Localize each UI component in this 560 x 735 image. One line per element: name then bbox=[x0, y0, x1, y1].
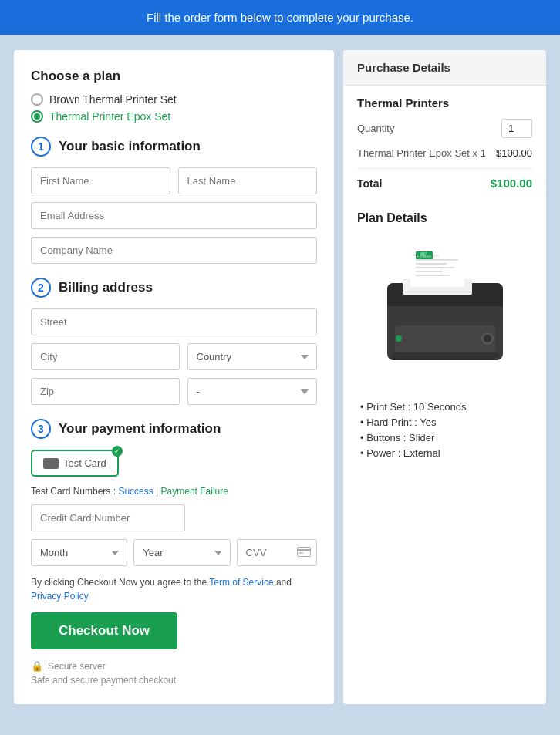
secure-server-label: Secure server bbox=[48, 661, 106, 672]
svg-rect-22 bbox=[391, 352, 499, 360]
state-select[interactable]: - bbox=[187, 378, 318, 405]
printer-image: F FRESH MART bbox=[357, 234, 532, 389]
total-label: Total bbox=[357, 177, 382, 190]
step1-header: 1 Your basic information bbox=[31, 137, 317, 157]
bullet-2: Buttons : Slider bbox=[357, 432, 532, 443]
checkout-button[interactable]: Checkout Now bbox=[31, 612, 177, 649]
email-input[interactable] bbox=[31, 202, 317, 229]
quantity-row: Quantity bbox=[357, 119, 532, 138]
name-row bbox=[31, 167, 317, 194]
test-card-prefix: Test Card Numbers : bbox=[31, 486, 118, 497]
radio-brown bbox=[31, 93, 43, 106]
plan-details-title: Plan Details bbox=[357, 211, 532, 225]
svg-rect-1 bbox=[297, 549, 311, 551]
right-panel: Purchase Details Thermal Printers Quanti… bbox=[343, 50, 546, 704]
month-year-cvv-row: Month 010203 040506 070809 101112 Year 2… bbox=[31, 539, 317, 566]
state-wrapper: - bbox=[187, 378, 318, 405]
step3-label: Your payment information bbox=[59, 421, 221, 437]
cvv-card-icon bbox=[297, 547, 311, 559]
quantity-label: Quantity bbox=[357, 123, 394, 134]
company-row bbox=[31, 237, 317, 264]
email-row bbox=[31, 202, 317, 229]
page-wrapper: Fill the order form below to complete yo… bbox=[0, 0, 560, 735]
svg-rect-0 bbox=[298, 547, 311, 556]
year-select[interactable]: Year 202420252026 202720282029 bbox=[133, 539, 230, 566]
plan-option-epox[interactable]: Thermal Printer Epox Set bbox=[31, 110, 317, 123]
plan-epox-label: Thermal Printer Epox Set bbox=[49, 110, 170, 123]
left-panel: Choose a plan Brown Thermal Printer Set … bbox=[14, 50, 334, 704]
purchase-details-header: Purchase Details bbox=[343, 50, 546, 86]
product-price: $100.00 bbox=[496, 147, 532, 159]
step1-number: 1 bbox=[31, 137, 51, 157]
month-select[interactable]: Month 010203 040506 070809 101112 bbox=[31, 539, 127, 566]
check-badge: ✓ bbox=[112, 446, 123, 457]
svg-rect-11 bbox=[416, 267, 454, 268]
terms-prefix: By clicking Checkout Now you agree to th… bbox=[31, 577, 209, 588]
total-price: $100.00 bbox=[491, 177, 532, 190]
company-input[interactable] bbox=[31, 237, 317, 264]
test-card-method[interactable]: Test Card ✓ bbox=[31, 450, 119, 477]
main-content: Choose a plan Brown Thermal Printer Set … bbox=[0, 35, 560, 720]
product-section-title: Thermal Printers bbox=[357, 96, 532, 110]
secure-note: Safe and secure payment checkout. bbox=[31, 675, 317, 686]
step3-header: 3 Your payment information bbox=[31, 419, 317, 439]
plan-option-brown[interactable]: Brown Thermal Printer Set bbox=[31, 93, 317, 106]
svg-rect-9 bbox=[416, 259, 458, 261]
lock-icon: 🔒 bbox=[31, 660, 43, 672]
month-wrapper: Month 010203 040506 070809 101112 bbox=[31, 539, 127, 566]
test-card-numbers: Test Card Numbers : Success | Payment Fa… bbox=[31, 486, 317, 497]
card-chip-icon bbox=[43, 458, 59, 469]
test-card-label: Test Card bbox=[63, 457, 106, 469]
step3-number: 3 bbox=[31, 419, 51, 439]
city-input[interactable] bbox=[31, 343, 180, 370]
secure-section: 🔒 Secure server bbox=[31, 660, 317, 672]
top-banner: Fill the order form below to complete yo… bbox=[0, 0, 560, 35]
choose-plan-title: Choose a plan bbox=[31, 69, 317, 84]
plan-brown-label: Brown Thermal Printer Set bbox=[49, 93, 177, 106]
bullet-3: Power : External bbox=[357, 447, 532, 459]
svg-text:MART: MART bbox=[420, 252, 427, 255]
privacy-link[interactable]: Privacy Policy bbox=[31, 591, 89, 602]
first-name-input[interactable] bbox=[31, 167, 170, 194]
step2-header: 2 Billing address bbox=[31, 278, 317, 298]
svg-rect-5 bbox=[387, 295, 503, 306]
country-wrapper: Country bbox=[187, 343, 318, 370]
banner-text: Fill the order form below to complete yo… bbox=[147, 11, 413, 24]
terms-text: By clicking Checkout Now you agree to th… bbox=[31, 575, 317, 603]
credit-card-row bbox=[31, 504, 317, 531]
quantity-input[interactable] bbox=[501, 119, 532, 138]
svg-text:F: F bbox=[417, 254, 419, 258]
product-price-row: Thermal Printer Epox Set x 1 $100.00 bbox=[357, 147, 532, 159]
year-wrapper: Year 202420252026 202720282029 bbox=[133, 539, 230, 566]
street-row bbox=[31, 308, 317, 335]
failure-link[interactable]: Payment Failure bbox=[161, 486, 228, 497]
cvv-wrapper bbox=[237, 539, 317, 566]
zip-state-row: - bbox=[31, 378, 317, 405]
total-row: Total $100.00 bbox=[357, 168, 532, 190]
street-input[interactable] bbox=[31, 308, 317, 335]
svg-rect-12 bbox=[416, 271, 443, 272]
step2-label: Billing address bbox=[59, 280, 153, 295]
svg-point-21 bbox=[396, 335, 402, 342]
country-select[interactable]: Country bbox=[187, 343, 318, 370]
step1-label: Your basic information bbox=[59, 139, 201, 154]
plan-bullets: Print Set : 10 Seconds Hard Print : Yes … bbox=[357, 401, 532, 459]
radio-epox bbox=[31, 110, 43, 123]
step2-number: 2 bbox=[31, 278, 51, 298]
plan-options: Brown Thermal Printer Set Thermal Printe… bbox=[31, 93, 317, 123]
bullet-1: Hard Print : Yes bbox=[357, 416, 532, 428]
product-label: Thermal Printer Epox Set x 1 bbox=[357, 147, 486, 159]
terms-middle: and bbox=[276, 577, 292, 588]
tos-link[interactable]: Term of Service bbox=[209, 577, 273, 588]
city-country-row: Country bbox=[31, 343, 317, 370]
credit-card-input[interactable] bbox=[31, 504, 185, 531]
svg-rect-18 bbox=[395, 325, 495, 352]
bullet-0: Print Set : 10 Seconds bbox=[357, 401, 532, 413]
zip-input[interactable] bbox=[31, 378, 180, 405]
purchase-details-body: Thermal Printers Quantity Thermal Printe… bbox=[343, 86, 546, 201]
svg-rect-13 bbox=[416, 275, 450, 276]
last-name-input[interactable] bbox=[178, 167, 318, 194]
success-link[interactable]: Success bbox=[118, 486, 153, 497]
svg-rect-2 bbox=[299, 552, 303, 554]
plan-details-section: Plan Details bbox=[343, 201, 546, 474]
